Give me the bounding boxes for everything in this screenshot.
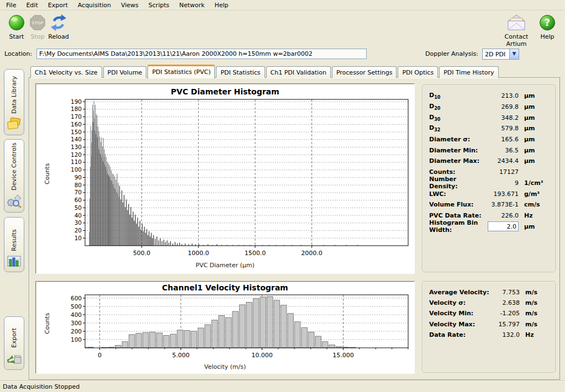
tab-ch1-velocity-vs-size[interactable]: Ch1 Velocity vs. Size bbox=[30, 66, 102, 78]
sidebar-item-data-library[interactable]: Data Library bbox=[4, 69, 24, 135]
stat-label: D10 bbox=[429, 92, 485, 100]
sidebar-item-export[interactable]: Export bbox=[4, 316, 24, 370]
svg-text:?: ? bbox=[545, 17, 550, 28]
stat-value: 36.5 bbox=[485, 147, 519, 154]
menu-item-help[interactable]: Help bbox=[209, 1, 233, 10]
diameter-statistics-panel: D10213.0µmD20269.8µmD30348.2µmD32579.8µm… bbox=[422, 84, 556, 272]
tab-pdi-volume[interactable]: PDI Volume bbox=[103, 66, 147, 78]
stat-value: -1.205 bbox=[494, 310, 520, 317]
pvc-diameter-histogram-panel: PVC Diameter Histogram 10203040506070809… bbox=[35, 83, 415, 274]
svg-text:500.0: 500.0 bbox=[133, 250, 151, 257]
stat-row-d20: D20269.8µm bbox=[429, 102, 550, 113]
stat-unit: Hz bbox=[525, 331, 550, 338]
stat-row-velocity: Velocity σ:2.638m/s bbox=[429, 298, 550, 308]
menu-item-scripts[interactable]: Scripts bbox=[144, 1, 175, 10]
chart-title: Channel1 Velocity Histogram bbox=[36, 283, 414, 292]
menu-item-network[interactable]: Network bbox=[174, 1, 209, 10]
location-row: Location: F:\My Documents\AIMS Data\2013… bbox=[0, 47, 565, 61]
menu-item-file[interactable]: File bbox=[1, 1, 21, 10]
stat-row-diameter-min: Diameter Min:36.5µm bbox=[429, 145, 550, 156]
menu-item-acquisition[interactable]: Acquisition bbox=[73, 1, 116, 10]
stat-row-velocity-max: Velocity Max:15.797m/s bbox=[429, 319, 550, 330]
stat-label: Data Rate: bbox=[429, 331, 494, 338]
svg-text:80: 80 bbox=[75, 182, 82, 188]
stat-unit: µm bbox=[524, 92, 550, 99]
stat-value: 2.638 bbox=[494, 299, 520, 306]
stat-value: 213.0 bbox=[485, 92, 519, 99]
status-bar: Data Acquisition Stopped bbox=[0, 381, 565, 392]
stat-label: Number Density: bbox=[429, 176, 485, 190]
stat-value: 15.797 bbox=[494, 321, 520, 328]
stat-unit: m/s bbox=[525, 310, 550, 317]
doppler-analysis-label: Doppler Analysis: bbox=[425, 50, 478, 57]
stat-row-d32: D32579.8µm bbox=[429, 123, 550, 134]
stat-value: 348.2 bbox=[485, 114, 519, 121]
svg-text:140: 140 bbox=[71, 136, 82, 142]
chevron-down-icon[interactable]: ▼ bbox=[509, 49, 519, 59]
menu-item-views[interactable]: Views bbox=[116, 1, 144, 10]
reload-icon bbox=[43, 13, 74, 32]
svg-text:600: 600 bbox=[71, 295, 82, 301]
reload-label: Reload bbox=[43, 33, 74, 40]
tab-pdi-statistics-pvc[interactable]: PDI Statistics (PVC) bbox=[147, 65, 215, 78]
svg-text:190: 190 bbox=[71, 98, 82, 105]
reload-button[interactable]: Reload bbox=[43, 13, 74, 40]
envelope-icon bbox=[496, 13, 537, 32]
svg-text:10: 10 bbox=[75, 235, 82, 241]
svg-text:100: 100 bbox=[71, 336, 82, 343]
pvc-diameter-histogram-plot: 1020304050607080901001101201301401501601… bbox=[36, 84, 415, 274]
help-label: Help bbox=[535, 33, 560, 40]
stat-unit: µm bbox=[524, 223, 550, 230]
svg-text:STOP: STOP bbox=[32, 21, 44, 25]
contact-artium-button[interactable]: Contact Artium bbox=[496, 13, 537, 47]
location-field[interactable]: F:\My Documents\AIMS Data\2013\2013\11\2… bbox=[36, 49, 367, 59]
stat-unit: µm bbox=[524, 157, 550, 165]
stat-unit: µm bbox=[524, 125, 550, 132]
svg-text:100: 100 bbox=[71, 166, 82, 173]
stat-row-velocity-min: Velocity Min:-1.205m/s bbox=[429, 308, 550, 319]
y-axis-label: Counts bbox=[44, 313, 51, 334]
doppler-analysis-dropdown[interactable]: 2D PDI ▼ bbox=[482, 49, 519, 60]
stat-row-data-rate: Data Rate:132.0Hz bbox=[429, 330, 550, 340]
folders-icon bbox=[7, 117, 22, 133]
toolbar: Start STOP Stop Reload bbox=[0, 11, 565, 45]
svg-text:180: 180 bbox=[71, 105, 82, 112]
stat-unit: g/m³ bbox=[524, 190, 550, 198]
stat-label: Velocity Min: bbox=[429, 310, 494, 317]
stat-label: D32 bbox=[429, 124, 485, 133]
sidebar-item-device-controls[interactable]: Device Controls bbox=[4, 139, 24, 213]
stat-row-average-velocity: Average Velocity:7.753m/s bbox=[429, 287, 550, 298]
svg-text:200: 200 bbox=[71, 328, 82, 335]
stat-value: 226.0 bbox=[485, 212, 519, 219]
sidebar-item-label: Results bbox=[10, 218, 18, 252]
svg-text:2000.0: 2000.0 bbox=[301, 250, 323, 257]
svg-text:5.000: 5.000 bbox=[172, 352, 190, 359]
menu-item-edit[interactable]: Edit bbox=[21, 1, 43, 10]
svg-text:10.000: 10.000 bbox=[251, 352, 273, 359]
stat-label: Diameter Max: bbox=[429, 157, 485, 165]
stat-label: LWC: bbox=[429, 190, 485, 198]
svg-text:1000.0: 1000.0 bbox=[188, 250, 209, 257]
histogram-bin-width-input[interactable] bbox=[488, 221, 519, 231]
stat-value: 17127 bbox=[485, 168, 519, 176]
stat-value: 3.873E-1 bbox=[485, 201, 519, 208]
sidebar-item-results[interactable]: Results bbox=[4, 217, 24, 272]
menu-item-export[interactable]: Export bbox=[43, 1, 73, 10]
stat-unit: Hz bbox=[524, 212, 550, 219]
velocity-histogram-panel: Channel1 Velocity Histogram 100200300400… bbox=[35, 281, 415, 374]
stat-unit: 1/cm³ bbox=[524, 179, 550, 187]
stat-value: 9 bbox=[485, 179, 519, 187]
tab-pdi-optics[interactable]: PDI Optics bbox=[398, 66, 438, 78]
tab-processor-settings[interactable]: Processor Settings bbox=[332, 66, 397, 78]
tab-pdi-statistics[interactable]: PDI Statistics bbox=[216, 66, 265, 78]
tab-ch1-pdi-validation[interactable]: Ch1 PDI Validation bbox=[266, 66, 331, 78]
results-chart-icon bbox=[7, 255, 22, 269]
help-button[interactable]: ? Help bbox=[535, 13, 560, 40]
doppler-analysis-value: 2D PDI bbox=[483, 51, 509, 58]
svg-text:70: 70 bbox=[75, 189, 82, 195]
stat-unit: µm bbox=[524, 147, 550, 154]
tab-pdi-time-history[interactable]: PDI Time History bbox=[439, 66, 498, 78]
stat-row-histogram-bin-width: Histogram Bin Width:µm bbox=[429, 221, 550, 232]
stat-label: Diameter Min: bbox=[429, 147, 485, 154]
stat-unit: cm/s bbox=[524, 201, 550, 208]
